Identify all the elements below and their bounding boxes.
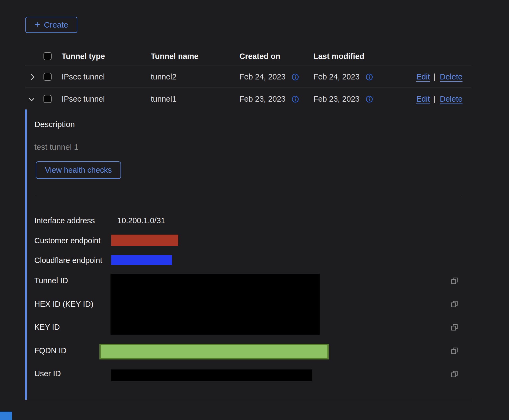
delete-link[interactable]: Delete bbox=[440, 72, 463, 81]
expanded-row-accent-bar bbox=[25, 109, 27, 400]
copy-icon[interactable] bbox=[451, 277, 458, 285]
plus-icon: + bbox=[34, 20, 40, 29]
fqdn-id-redacted-value bbox=[99, 344, 329, 359]
row-divider bbox=[25, 88, 471, 88]
row-checkbox[interactable] bbox=[43, 95, 52, 103]
cloudflare-endpoint-redacted-value bbox=[111, 255, 172, 265]
header-tunnel-type: Tunnel type bbox=[62, 52, 105, 61]
user-id-redacted-value bbox=[111, 369, 312, 381]
tunnel-ids-redacted-block bbox=[110, 274, 320, 335]
copy-icon[interactable] bbox=[451, 370, 458, 378]
panel-divider bbox=[36, 196, 461, 196]
edit-link[interactable]: Edit bbox=[416, 72, 430, 81]
field-label: Cloudflare endpoint bbox=[34, 256, 102, 265]
tunnel-name-cell: tunnel1 bbox=[151, 95, 176, 104]
created-on-cell: Feb 23, 2023 bbox=[239, 95, 286, 104]
field-label: Customer endpoint bbox=[34, 236, 101, 245]
copy-icon[interactable] bbox=[451, 300, 458, 308]
link-separator: | bbox=[433, 72, 436, 81]
customer-endpoint-redacted-value bbox=[111, 235, 178, 246]
edit-link[interactable]: Edit bbox=[416, 95, 430, 104]
last-modified-cell: Feb 24, 2023 bbox=[313, 72, 360, 81]
info-icon[interactable] bbox=[292, 95, 299, 103]
create-button-label: Create bbox=[44, 20, 68, 29]
info-icon[interactable] bbox=[366, 73, 373, 81]
header-created-on: Created on bbox=[239, 52, 280, 61]
expanded-row-bottom-divider bbox=[25, 400, 471, 400]
row-checkbox[interactable] bbox=[43, 73, 52, 81]
created-on-cell: Feb 24, 2023 bbox=[239, 72, 286, 81]
info-icon[interactable] bbox=[366, 95, 373, 103]
tunnel-type-cell: IPsec tunnel bbox=[62, 72, 105, 81]
copy-icon[interactable] bbox=[451, 324, 458, 331]
chevron-right-icon[interactable] bbox=[29, 73, 36, 81]
field-label: HEX ID (KEY ID) bbox=[34, 300, 93, 309]
interface-address-value: 10.200.1.0/31 bbox=[117, 216, 165, 225]
field-label: KEY ID bbox=[34, 323, 60, 332]
tunnel-type-cell: IPsec tunnel bbox=[62, 95, 105, 104]
link-separator: | bbox=[433, 95, 436, 104]
info-icon[interactable] bbox=[292, 73, 299, 81]
bottom-left-blue-accent bbox=[0, 412, 12, 420]
field-label: FQDN ID bbox=[34, 346, 66, 355]
view-health-checks-button[interactable]: View health checks bbox=[36, 161, 121, 179]
last-modified-cell: Feb 23, 2023 bbox=[313, 95, 360, 104]
copy-icon[interactable] bbox=[451, 347, 458, 355]
field-label: Tunnel ID bbox=[34, 276, 68, 285]
create-button[interactable]: + Create bbox=[25, 17, 77, 33]
select-all-checkbox[interactable] bbox=[43, 52, 52, 60]
delete-link[interactable]: Delete bbox=[440, 95, 463, 104]
description-heading: Description bbox=[34, 120, 75, 129]
header-last-modified: Last modified bbox=[313, 52, 364, 61]
header-tunnel-name: Tunnel name bbox=[151, 52, 199, 61]
ipsec-tunnels-page: + Create Tunnel type Tunnel name Created… bbox=[0, 0, 509, 420]
tunnel-name-cell: tunnel2 bbox=[151, 72, 176, 81]
description-text: test tunnel 1 bbox=[34, 142, 78, 152]
field-label: User ID bbox=[34, 369, 61, 378]
header-divider bbox=[25, 65, 471, 65]
chevron-down-icon[interactable] bbox=[28, 96, 35, 103]
field-label: Interface address bbox=[34, 216, 95, 225]
